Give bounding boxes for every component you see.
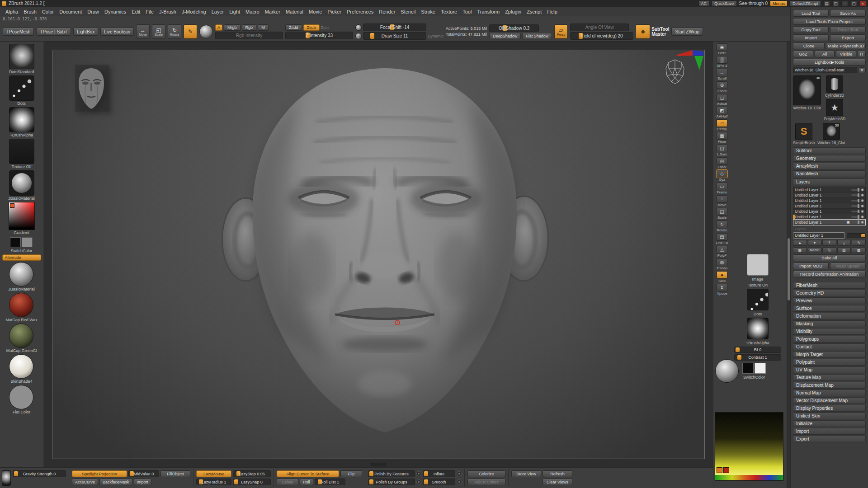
polish-groups-mode-toggle[interactable] (416, 479, 421, 484)
layer-tool-icon[interactable]: ▩ (852, 247, 866, 253)
shelf-icon[interactable]: ◫ L.Sym (714, 145, 730, 156)
smooth-slider[interactable]: Smooth (423, 479, 455, 485)
menu-item[interactable]: Picker (325, 8, 344, 15)
lazyradius-slider[interactable]: LazyRadius 1 (196, 479, 231, 485)
bake-all-button[interactable]: Bake All (793, 254, 866, 261)
layer-intensity-slider[interactable] (851, 200, 859, 202)
import-mdd-button[interactable]: Import MDD (793, 263, 829, 269)
inflate-slider[interactable]: Inflate (423, 470, 455, 477)
start-zwrap-button[interactable]: Start ZWrap (671, 28, 703, 36)
accucurve-button[interactable]: AccuCurve (72, 479, 98, 485)
shelf-icon[interactable]: ⊕ Zoom (714, 81, 730, 93)
layer-row[interactable]: Untitled Layer 1 ▣ ◉ (793, 214, 865, 220)
scale-button[interactable]: ◱ Scale (152, 24, 165, 39)
tool-thumb[interactable]: 30 Witcher-18_Clot (817, 123, 845, 145)
persp-button[interactable]: ▱ Persp (554, 24, 568, 39)
shelf-icon[interactable]: △ PolyF (714, 246, 730, 258)
shelf-icon[interactable]: ▤ Line Fill (714, 233, 730, 245)
fov-slider[interactable]: Field of view(deg) 20 (570, 32, 633, 40)
tool-thumb[interactable]: S SimpleBrush (793, 123, 815, 145)
shelf-icon[interactable]: ◩ AAHalf (714, 107, 730, 118)
shelf-icon[interactable]: ◎ Local (714, 157, 730, 169)
canvas-snapshot-thumbnail[interactable] (72, 63, 111, 113)
menu-item[interactable]: Zplugin (502, 8, 524, 15)
backfacemask-button[interactable]: BackfaceMask (99, 479, 132, 485)
color-a-toggle[interactable]: A (215, 24, 222, 31)
layer-row[interactable]: Untitled Layer 1 ▣ ◉ (793, 187, 865, 192)
subpalette-header[interactable]: Geometry (793, 155, 866, 162)
canvas-scroll-nub[interactable] (371, 463, 386, 466)
record-deformation-button[interactable]: Record Deformation Animation (793, 271, 866, 277)
layer-tool-icon[interactable]: ⤒ (822, 240, 836, 246)
color-gradient-picker[interactable] (715, 412, 783, 481)
sculpt-viewport[interactable] (52, 50, 705, 459)
shelf-icon[interactable]: ↔ Scroll (714, 69, 730, 80)
brush-alpha-thumbnail[interactable] (747, 318, 769, 339)
grid-icon[interactable]: ▤ (823, 0, 830, 6)
lightbox-tools-button[interactable]: Lightbox▶Tools (793, 59, 866, 66)
switch-color-swatches[interactable] (9, 236, 34, 248)
menu-item[interactable]: Color (39, 8, 57, 15)
goz-button[interactable]: GoZ (793, 51, 813, 57)
menu-item[interactable]: File (143, 8, 156, 15)
close-button[interactable]: × (859, 0, 866, 6)
midvalue-slider[interactable]: MidValue 0 (128, 470, 159, 477)
layer-intensity-slider[interactable] (851, 205, 859, 207)
objshadow-slider[interactable]: ObjShadow 0.3 (489, 24, 539, 32)
subpalette-header[interactable]: Masking (793, 320, 866, 327)
current-material-button[interactable] (199, 25, 213, 38)
menu-item[interactable]: Stencil (398, 8, 418, 15)
subpalette-header[interactable]: Visibility (793, 328, 866, 335)
tool-thumb[interactable]: ★ PolyMesh3D (824, 99, 845, 121)
layer-tool-icon[interactable]: Name (808, 247, 822, 253)
tool-thumb[interactable]: Cylinder3D (824, 75, 845, 98)
shelf-icon[interactable]: ◱ Scale (714, 208, 730, 220)
clone-button[interactable]: Clone (793, 42, 825, 49)
subpalette-header[interactable]: ArrayMesh (793, 163, 866, 169)
current-stroke-thumbnail[interactable] (9, 75, 34, 101)
layer-tool-icon[interactable]: ▧ (837, 247, 851, 253)
draw-size-slider[interactable]: Draw Size 11 (363, 32, 426, 40)
current-material-thumbnail[interactable] (9, 170, 34, 196)
shelf-icon[interactable]: ▭ Frame (714, 183, 730, 194)
goz-all-button[interactable]: All (815, 51, 835, 57)
goz-visible-button[interactable]: Visible (836, 51, 856, 57)
lazystep-slider[interactable]: LazyStep 0.05 (233, 470, 271, 477)
layer-tool-icon[interactable]: ⤓ (837, 240, 851, 246)
smooth-mode-toggle[interactable] (457, 479, 462, 484)
shelf-icon[interactable]: ◍ Transp (714, 258, 730, 270)
shelf-icon[interactable]: ◻ Actual (714, 94, 730, 106)
subpalette-header[interactable]: Texture Map (793, 374, 866, 381)
ac-button[interactable]: AC (698, 0, 710, 6)
z-intensity-slider[interactable]: Z Intensity 33 (285, 32, 353, 39)
layer-visibility-icon[interactable]: ◉ (861, 215, 864, 219)
make-polymesh3d-button[interactable]: Make PolyMesh3D (826, 42, 866, 49)
layer-tool-icon[interactable]: ✎ (852, 240, 866, 246)
refresh-button[interactable]: Refresh (542, 470, 572, 477)
current-brush-thumbnail[interactable] (9, 44, 34, 69)
menus-button[interactable]: Menus (770, 0, 788, 6)
move-button[interactable]: ↔ Move (136, 24, 150, 39)
maximize-button[interactable]: ▢ (850, 0, 857, 6)
goz-r-button[interactable]: R (858, 51, 866, 57)
layer-visibility-icon[interactable]: ◉ (861, 188, 864, 192)
spotlight-projection-button[interactable]: Spotlight Projection (72, 470, 127, 477)
subpalette-header[interactable]: Subtool (793, 147, 866, 154)
flip-button[interactable]: Flip (340, 470, 362, 477)
material-item[interactable]: MatCap Red Wax (5, 293, 38, 322)
layer-tool-icon[interactable]: ⎘ (822, 247, 836, 253)
subpalette-header[interactable]: Displacement Map (793, 382, 866, 389)
current-texture-thumbnail[interactable] (9, 139, 34, 164)
layer-visibility-icon[interactable]: ◉ (861, 221, 864, 224)
import-button[interactable]: Import (793, 34, 829, 41)
material-item[interactable]: JBasicMaterial (8, 262, 35, 291)
subpalette-header[interactable]: Unified Skin (793, 413, 866, 419)
clear-views-button[interactable]: Clear Views (542, 479, 572, 485)
tpose-subt-button[interactable]: TPose | SubT (36, 28, 71, 36)
menu-item[interactable]: Help (544, 8, 560, 15)
layer-intensity-slider[interactable] (851, 221, 859, 223)
store-view-button[interactable]: Store View (511, 470, 541, 477)
default-zscript-button[interactable]: DefaultZScript (790, 0, 821, 6)
subpalette-header[interactable]: UV Map (793, 366, 866, 373)
layer-intensity-slider[interactable] (851, 216, 859, 218)
